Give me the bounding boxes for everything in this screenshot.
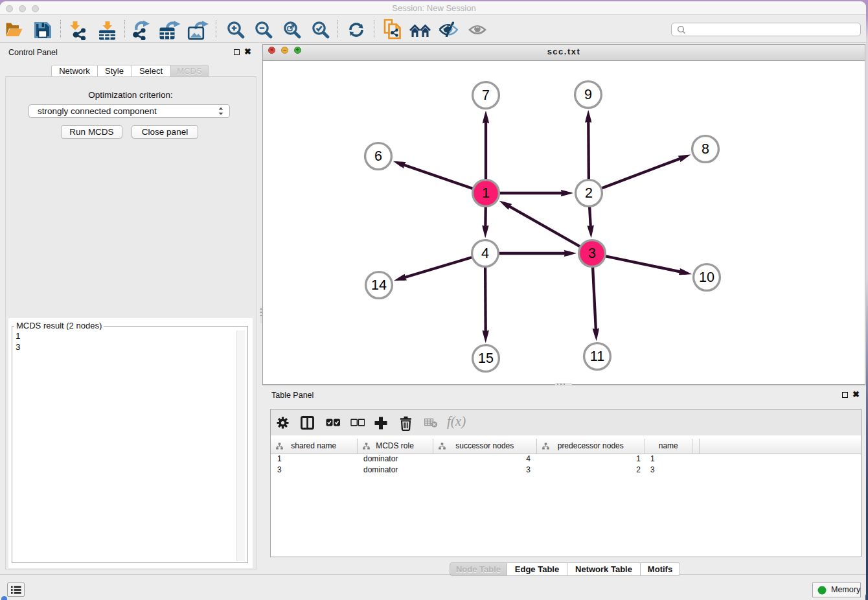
svg-text:14: 14	[371, 277, 387, 293]
svg-text:10: 10	[699, 270, 714, 285]
svg-text:3: 3	[588, 246, 596, 261]
svg-text:2: 2	[585, 185, 593, 201]
svg-text:15: 15	[478, 351, 494, 366]
svg-text:9: 9	[584, 87, 592, 102]
svg-text:6: 6	[374, 148, 382, 164]
svg-text:1: 1	[482, 185, 490, 201]
svg-text:8: 8	[702, 141, 709, 157]
svg-text:7: 7	[482, 87, 490, 103]
svg-text:11: 11	[590, 349, 604, 364]
svg-text:4: 4	[481, 246, 489, 261]
